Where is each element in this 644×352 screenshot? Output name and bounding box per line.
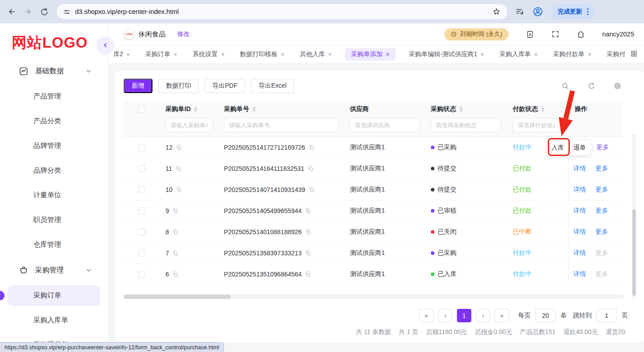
sidebar-item[interactable]: 产品分类 [0, 109, 108, 134]
copy-icon[interactable] [172, 229, 179, 235]
row-action-more[interactable]: 更多 [595, 249, 608, 257]
browser-reload-button[interactable] [37, 4, 51, 19]
refresh-icon[interactable] [587, 82, 595, 90]
add-button[interactable]: 新增 [124, 79, 152, 93]
browser-forward-button[interactable] [21, 4, 35, 19]
language-doc-icon[interactable]: A [526, 30, 534, 39]
row-action-more[interactable]: 更多 [595, 165, 608, 173]
prev-page-button[interactable]: ‹ [438, 309, 452, 322]
export-excel-button[interactable]: 导出Excel [251, 79, 294, 93]
column-header[interactable]: 供应商 [350, 105, 369, 113]
row-action-detail[interactable]: 详情 [573, 249, 586, 257]
sort-icon[interactable] [541, 107, 545, 112]
filter-input[interactable] [165, 118, 213, 132]
row-action-more[interactable]: 更多 [595, 186, 608, 194]
per-page-input[interactable] [535, 309, 556, 322]
copy-icon[interactable] [309, 144, 315, 151]
filter-input[interactable] [224, 118, 339, 132]
reading-list-icon[interactable] [515, 7, 524, 16]
row-checkbox[interactable] [138, 165, 145, 172]
close-icon[interactable]: × [386, 51, 389, 58]
row-action-detail[interactable]: 详情 [573, 165, 586, 173]
sidebar-item[interactable]: 仓库管理 [0, 232, 108, 257]
column-header[interactable]: 采购单号 [224, 105, 249, 113]
vertical-scrollbar-thumb[interactable] [632, 209, 636, 296]
sort-icon[interactable] [194, 107, 197, 112]
sidebar-item[interactable]: 职员管理 [0, 208, 108, 232]
sidebar-item[interactable]: 采购订单 [8, 285, 100, 306]
close-icon[interactable]: × [281, 51, 284, 58]
last-page-button[interactable]: » [495, 309, 509, 322]
inbound-button[interactable]: 入库 [547, 144, 568, 152]
tab-1[interactable]: 库2× [111, 48, 132, 61]
tab-10[interactable]: 采购付 [604, 48, 628, 61]
tab-4[interactable]: 数据打印模板× [237, 48, 286, 61]
tab-7[interactable]: 采购单编辑-测试供应商1× [407, 48, 487, 61]
profile-icon[interactable] [532, 6, 543, 17]
row-action-detail[interactable]: 详情 [573, 228, 586, 236]
sort-icon[interactable] [459, 107, 463, 112]
tab-3[interactable]: 系统设置× [190, 48, 227, 61]
close-icon[interactable]: × [174, 51, 177, 58]
filter-input[interactable] [350, 118, 420, 132]
row-action-detail[interactable]: 详情 [573, 207, 586, 215]
copy-icon[interactable] [176, 144, 182, 151]
close-icon[interactable]: × [480, 51, 484, 58]
sidebar-item[interactable]: 计量单位 [0, 183, 108, 208]
fullscreen-icon[interactable] [551, 30, 559, 38]
sidebar-collapse-button[interactable] [97, 36, 114, 53]
data-print-button[interactable]: 数据打印 [158, 79, 199, 93]
row-checkbox[interactable] [138, 271, 145, 278]
close-icon[interactable]: × [221, 51, 224, 58]
row-checkbox[interactable] [138, 144, 145, 151]
tab-8[interactable]: 采购入库单× [497, 48, 540, 61]
close-icon[interactable]: × [534, 51, 538, 58]
tab-2[interactable]: 采购订单× [143, 48, 179, 61]
row-action-more[interactable]: 更多 [595, 207, 608, 215]
copy-icon[interactable] [308, 165, 314, 172]
row-checkbox[interactable] [138, 186, 145, 193]
row-checkbox[interactable] [138, 207, 145, 214]
kebab-menu-icon[interactable] [583, 7, 593, 17]
column-header[interactable]: 付款状态 [513, 105, 538, 113]
home-icon[interactable] [577, 30, 585, 39]
horizontal-scrollbar[interactable] [124, 294, 624, 299]
copy-icon[interactable] [172, 208, 179, 214]
bookmark-star-icon[interactable] [492, 7, 501, 16]
browser-back-button[interactable] [4, 4, 19, 19]
tab-6[interactable]: 采购单添加× [345, 48, 396, 61]
copy-icon[interactable] [176, 187, 182, 193]
next-page-button[interactable]: › [476, 309, 490, 322]
close-icon[interactable]: × [328, 51, 332, 58]
sidebar-item[interactable]: 采购入库单 [0, 308, 108, 333]
row-action-detail[interactable]: 详情 [573, 270, 586, 278]
tab-9[interactable]: 采购付款单× [551, 48, 594, 61]
row-checkbox[interactable] [138, 250, 145, 257]
first-page-button[interactable]: « [419, 309, 434, 322]
search-icon[interactable] [561, 82, 569, 90]
sidebar-group[interactable]: 采购管理 [0, 257, 108, 283]
row-action-more[interactable]: 更多 [595, 228, 608, 236]
chrome-update-button[interactable]: 完成更新 [551, 4, 595, 19]
sidebar-group[interactable]: 基础数据 [0, 58, 108, 84]
username[interactable]: nancy2025 [602, 31, 634, 38]
sidebar-item[interactable]: 品牌分类 [0, 158, 108, 183]
row-checkbox[interactable] [138, 228, 145, 236]
copy-icon[interactable] [305, 250, 311, 256]
export-pdf-button[interactable]: 导出PDF [205, 79, 245, 93]
close-icon[interactable]: × [126, 51, 130, 58]
copy-icon[interactable] [172, 250, 179, 256]
sidebar-item[interactable]: 产品管理 [0, 84, 108, 109]
sort-icon[interactable] [252, 107, 256, 112]
tab-5[interactable]: 其他入库× [298, 48, 334, 61]
copy-icon[interactable] [309, 187, 315, 193]
horizontal-scrollbar-thumb[interactable] [124, 294, 231, 299]
page-number-button[interactable]: 1 [457, 309, 471, 322]
address-bar[interactable]: d3.shopxo.vip/erp-center-index.html [57, 4, 507, 19]
row-checkbox[interactable] [138, 292, 145, 294]
close-icon[interactable]: × [588, 51, 591, 58]
copy-icon[interactable] [175, 165, 182, 172]
copy-icon[interactable] [305, 229, 311, 235]
filter-input[interactable] [431, 118, 501, 132]
select-all-checkbox[interactable] [138, 106, 145, 113]
